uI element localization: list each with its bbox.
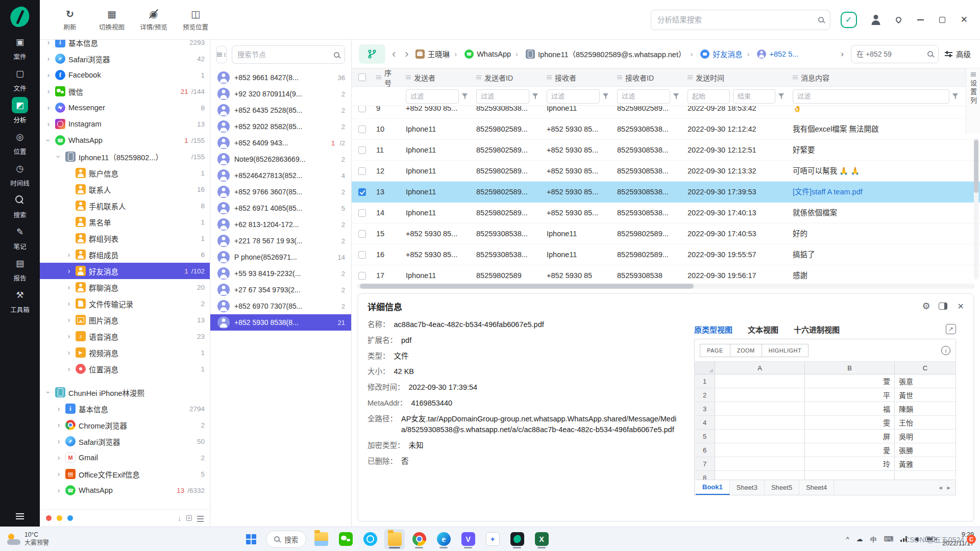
sheet-cell-b[interactable]: 玲 (805, 457, 895, 470)
breadcrumb-item[interactable]: 好友消息 (685, 48, 742, 59)
rail-item[interactable]: 案件 (0, 32, 40, 63)
sheet-tab[interactable]: Sheet5 (765, 480, 799, 495)
select-all-checkbox[interactable] (358, 73, 366, 81)
row-checkbox[interactable] (358, 167, 366, 175)
sheet-cell-c[interactable]: 王怡 (895, 416, 955, 429)
tree-item[interactable]: 黑名单 1 (40, 214, 210, 230)
tree-chevron-icon[interactable] (45, 87, 52, 95)
taskbar-app[interactable] (531, 529, 552, 549)
close-button[interactable]: ✕ (961, 14, 968, 25)
column-menu-icon[interactable] (617, 76, 622, 80)
tree-list-menu-icon[interactable] (197, 516, 204, 521)
viewer-tab[interactable]: 十六进制视图 (794, 324, 840, 335)
tree-item[interactable]: 账户信息 1 (40, 165, 210, 181)
sheet-row-number[interactable]: 7 (695, 457, 715, 470)
taskbar-app[interactable] (458, 529, 478, 549)
tree-item[interactable]: 微信 21 /144 (40, 83, 210, 99)
contact-item[interactable]: +852 9661 8427(8... 36 (210, 69, 351, 86)
filter-content-input[interactable] (793, 89, 949, 104)
tree-chevron-icon[interactable] (65, 299, 72, 308)
cell-message-content[interactable]: 可唔可以幫我 🙏 🙏 (789, 161, 963, 182)
sheet-cell-c[interactable]: 吳明 (895, 430, 955, 443)
toolbar-button[interactable]: 刷新 (49, 4, 91, 36)
tree-chevron-icon[interactable] (65, 251, 72, 259)
tree-item[interactable]: WhatsApp 1 /155 (40, 132, 210, 148)
search-icon[interactable] (818, 17, 824, 22)
cell-message-content[interactable]: 👌 (789, 106, 963, 119)
tree-item[interactable]: 群组成员 6 (40, 246, 210, 263)
tag-red-dot[interactable] (46, 515, 52, 521)
advanced-filter-button[interactable]: 高级 (943, 48, 973, 59)
tree-item[interactable]: ChunHei iPhone林浚熙 (40, 384, 210, 400)
sheet-next-icon[interactable]: ▸ (947, 484, 950, 491)
column-header[interactable]: 发送者ID (484, 72, 513, 83)
tree-chevron-icon[interactable] (65, 316, 72, 324)
sheet-tab[interactable]: Sheet4 (799, 480, 834, 495)
sheet-column-header[interactable]: C (895, 362, 955, 374)
tree-chevron-icon[interactable] (55, 437, 62, 445)
filter-receiver-input[interactable] (547, 89, 600, 104)
taskbar-app[interactable] (335, 529, 356, 549)
tree-item[interactable]: 图片消息 13 (40, 312, 210, 328)
collapse-all-icon[interactable]: ↓ (178, 514, 181, 522)
global-search-input[interactable] (657, 16, 814, 24)
gear-icon[interactable]: ⚙ (922, 300, 930, 312)
column-header[interactable]: 序号 (384, 67, 398, 88)
tree-chevron-icon[interactable] (45, 40, 52, 46)
filter-funnel-icon[interactable] (952, 93, 959, 99)
contact-item[interactable]: +852 9202 8582(85... 2 (210, 118, 351, 135)
tree-chevron-icon[interactable] (45, 136, 52, 144)
sheet-cell-b[interactable]: 平 (805, 388, 895, 402)
filter-receiver-id-input[interactable] (617, 89, 670, 104)
tree-item[interactable]: 群组列表 1 (40, 230, 210, 246)
table-row[interactable]: 11 Iphone11 85259802589... +852 5930 85.… (352, 140, 980, 161)
row-checkbox[interactable] (358, 188, 366, 196)
tree-chevron-icon[interactable] (55, 405, 62, 413)
table-row[interactable]: 10 Iphone11 85259802589... +852 5930 85.… (352, 119, 980, 140)
battery-icon[interactable] (925, 537, 935, 542)
tree-chevron-icon[interactable] (45, 55, 52, 63)
table-row[interactable]: 9 +852 5930 85... 85259308538... Iphone1… (352, 106, 980, 119)
toolbar-button[interactable]: 详情/预览 (133, 4, 175, 36)
contact-item[interactable]: +852 6409 943... 1 /2 (210, 135, 351, 151)
tree-item[interactable]: 语音消息 23 (40, 328, 210, 344)
tray-expand-chevron-icon[interactable]: ^ (846, 535, 849, 543)
tree-item[interactable]: Messenger 8 (40, 99, 210, 116)
tree-chevron-icon[interactable] (65, 332, 72, 340)
rail-item[interactable]: 时间线 (0, 158, 40, 190)
tree-item[interactable]: 基本信息 2293 (40, 40, 210, 51)
cell-message-content[interactable]: 好的 (789, 223, 963, 244)
sheet-column-header[interactable]: A (715, 362, 805, 374)
table-row[interactable]: 12 Iphone11 85259802589... +852 5930 85.… (352, 161, 980, 182)
sheet-cell-a[interactable] (715, 416, 805, 429)
sheet-row-number[interactable]: 4 (695, 416, 715, 429)
open-external-icon[interactable] (946, 324, 956, 334)
row-checkbox[interactable] (358, 106, 366, 112)
tree-chevron-icon[interactable] (65, 348, 72, 357)
tree-chevron-icon[interactable] (45, 120, 52, 128)
tree-item[interactable]: Safari浏览器 42 (40, 51, 210, 67)
sheet-row-number[interactable]: 6 (695, 443, 715, 457)
contact-item[interactable]: P phone(8526971... 14 (210, 249, 351, 265)
user-account-icon[interactable] (870, 14, 881, 26)
tree-chevron-icon[interactable] (55, 153, 62, 161)
sheet-row-number[interactable]: 2 (695, 388, 715, 402)
row-checkbox[interactable] (358, 126, 366, 133)
column-header[interactable]: 接收者 (555, 72, 576, 83)
sheet-row-number[interactable]: 1 (695, 374, 715, 388)
sheet-cell-b[interactable]: 福 (805, 402, 895, 415)
tree-item[interactable]: 群聊消息 20 (40, 279, 210, 295)
contact-item[interactable]: +27 67 354 9793(2... 2 (210, 282, 351, 298)
tree-item[interactable]: Office文件Exif信息 5 (40, 466, 210, 482)
cell-message-content[interactable]: 好緊要 (789, 140, 963, 161)
column-header[interactable]: 消息内容 (801, 72, 829, 83)
sheet-cell-c[interactable]: 張勝 (895, 443, 955, 457)
cell-message-content[interactable]: 搞掂了 (789, 244, 963, 265)
sheet-corner-cell[interactable] (695, 362, 715, 374)
horizontal-scrollbar[interactable] (357, 284, 975, 289)
row-checkbox[interactable] (358, 251, 366, 259)
contact-item[interactable]: Note9(85262863669... 2 (210, 151, 351, 167)
tree-item[interactable]: WhatsApp 13 /6332 (40, 482, 210, 498)
rail-item[interactable]: 位置 (0, 127, 40, 158)
taskbar-app[interactable] (360, 529, 380, 549)
